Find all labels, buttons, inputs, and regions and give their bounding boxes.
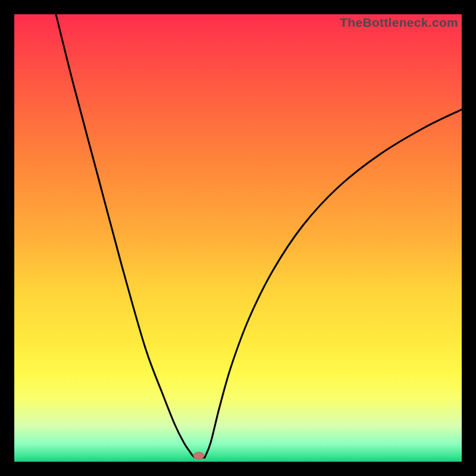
outer-frame: TheBottleneck.com xyxy=(0,0,476,476)
curve-svg xyxy=(14,14,462,462)
left-branch-line xyxy=(56,14,205,458)
plot-area: TheBottleneck.com xyxy=(14,14,462,462)
right-branch-line xyxy=(205,109,462,458)
min-marker-dot xyxy=(193,452,204,459)
